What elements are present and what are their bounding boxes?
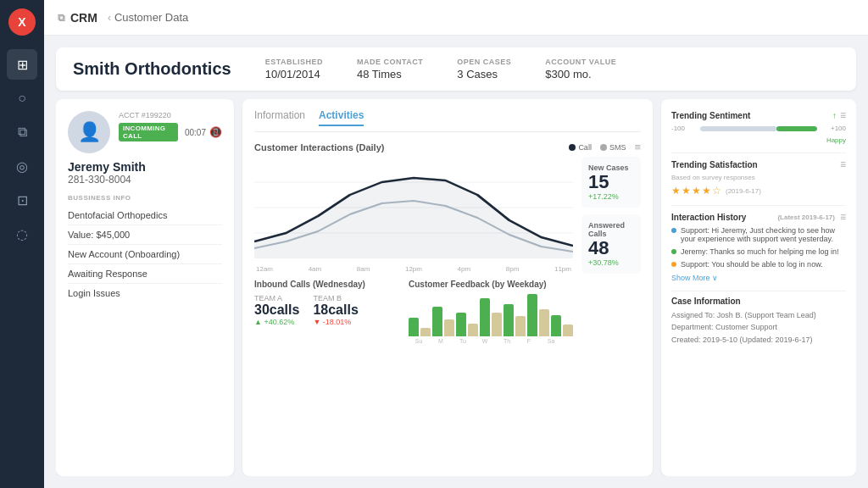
line-chart [254,157,573,258]
sidebar-item-crm[interactable]: ⧉ [7,117,37,147]
tab-activities[interactable]: Activities [319,109,364,126]
sentiment-menu-icon[interactable]: ≡ [840,109,846,121]
crm-label: CRM [70,11,97,25]
contact-panel: 👤 ACCT #199220 INCOMMING CALL 00:07 📵 Je… [56,99,234,476]
case-title: Case Information [671,297,741,306]
sidebar-item-reports[interactable]: ◎ [7,151,37,181]
dot-1 [671,249,676,254]
label-4am: 4am [309,265,322,273]
bar-3b [492,313,502,336]
svg-marker-3 [254,178,573,258]
stat-contact-value: 48 Times [357,68,402,80]
legend-call-dot [569,144,576,151]
legend-sms-label: SMS [609,143,626,152]
three-col-layout: 👤 ACCT #199220 INCOMMING CALL 00:07 📵 Je… [56,99,856,476]
bar-6 [551,315,561,336]
crm-copy-icon: ⧉ [58,12,65,24]
sentiment-bar-track [700,126,817,131]
interaction-sub: (Latest 2019-6-17) [777,214,835,221]
bar-1b [444,319,454,336]
interaction-history-section: Interaction History (Latest 2019-6-17) ≡… [671,211,846,282]
label-4pm: 4pm [458,265,471,273]
answered-calls-change: +30.78% [588,258,634,267]
contact-phone: 281-330-8004 [68,174,222,186]
bar-5 [527,294,537,336]
satisfaction-sub: Based on survey responses [671,174,846,181]
bar-4 [504,304,514,336]
label-11pm: 11pm [554,265,571,273]
team-a-stat: Team A 30calls ▲ +40.62% [254,294,299,326]
app-logo[interactable]: X [8,8,36,36]
inbound-title: Inbound Calls (Wednesday) [254,280,400,289]
label-8am: 8am [357,265,370,273]
bar-label-w: W [475,338,495,344]
bar-4b [515,316,526,336]
tab-information[interactable]: Information [254,109,305,126]
dot-0 [671,228,676,233]
bar-1 [432,307,442,336]
stars-date: (2019-6-17) [726,187,761,195]
metrics-side: New Cases 15 +17.22% Answered Calls 48 +… [573,157,641,466]
inbound-calls-chart: Inbound Calls (Wednesday) Team A 30calls… [254,280,400,344]
right-panel: Trending Sentiment ↑ ≡ -100 +100 [661,99,856,476]
team-b-stat: Team B 18calls ▼ -18.01% [313,294,358,326]
chart-section: Customer Interactions (Daily) Call SMS ≡ [254,141,641,466]
sidebar-item-settings[interactable]: ⊡ [7,185,37,215]
stars-row: ★★★★☆ (2019-6-17) [671,185,846,197]
trending-sentiment-section: Trending Sentiment ↑ ≡ -100 +100 [671,109,846,144]
call-timer: 00:07 [185,128,206,137]
interaction-text-0: Support: Hi Jeremy, Just checking to see… [681,226,846,243]
satisfaction-title: Trending Satisfaction [671,160,758,169]
stat-open-cases: OPEN CASES 3 Cases [457,58,511,80]
acct-number: ACCT #199220 [119,111,222,119]
bar-label-su: Su [409,338,429,344]
case-assigned: Assigned To: Josh B. (Support Team Lead) [671,309,846,321]
chart-menu-icon[interactable]: ≡ [634,141,641,153]
content-area: Smith Orthodontics ESTABLISHED 10/01/201… [44,36,868,488]
chart-plot: 12am 4am 8am 12pm 4pm 8pm 11pm [254,157,573,466]
account-name: Smith Orthodontics [73,59,231,79]
case-info-body: Assigned To: Josh B. (Support Team Lead)… [671,309,846,346]
satisfaction-menu-icon[interactable]: ≡ [840,158,846,170]
sidebar-item-contacts[interactable]: ○ [7,83,37,114]
sidebar-item-dashboard[interactable]: ⊞ [7,49,37,80]
sentiment-bar-row: -100 +100 [671,125,846,132]
sentiment-neg-label: -100 [671,125,697,132]
sidebar-item-analytics[interactable]: ◌ [7,219,37,249]
bar-5b [539,309,549,336]
chart-legend: Call SMS ≡ [569,141,641,153]
team-b-change: ▼ -18.01% [313,318,358,326]
team-a-value: 30calls [254,302,299,318]
breadcrumb-customer-data[interactable]: Customer Data [114,11,188,24]
breadcrumb-separator: ‹ [108,12,111,24]
team-a-label: Team A [254,294,299,302]
team-a-change: ▲ +40.62% [254,318,299,326]
bar-0 [409,318,419,336]
trending-satisfaction-section: Trending Satisfaction ≡ Based on survey … [671,158,846,197]
end-call-icon[interactable]: 📵 [209,126,222,138]
satisfaction-title-row: Trending Satisfaction ≡ [671,158,846,170]
bar-label-th: Th [497,338,517,344]
answered-calls-label: Answered Calls [588,221,634,238]
tabs-bar: Information Activities [254,109,641,132]
team-b-value: 18calls [313,302,358,318]
incoming-call-badge: INCOMMING CALL [119,123,178,141]
interaction-title-row: Interaction History (Latest 2019-6-17) ≡ [671,211,846,223]
bar-label-f: F [519,338,539,344]
interaction-menu-icon[interactable]: ≡ [840,211,846,223]
contact-meta: ACCT #199220 INCOMMING CALL 00:07 📵 [119,111,222,143]
divider-3 [671,291,846,291]
stat-value-value: $300 mo. [545,68,591,80]
sentiment-happy: Happy [671,135,846,144]
case-department: Department: Customer Support [671,321,846,333]
answered-calls-card: Answered Calls 48 +30.78% [581,214,641,274]
sentiment-happy-label: Happy [826,136,846,144]
show-more-button[interactable]: Show More ∨ [671,274,718,282]
bar-label-tu: Tu [453,338,473,344]
team-b-label: Team B [313,294,358,302]
bar-chart [409,294,573,336]
topbar: ⧉ CRM ‹ Customer Data [44,0,868,36]
chart-header: Customer Interactions (Daily) Call SMS ≡ [254,141,641,153]
case-info-section: Case Information Assigned To: Josh B. (S… [671,297,846,346]
stat-cases-label: OPEN CASES [457,58,511,66]
